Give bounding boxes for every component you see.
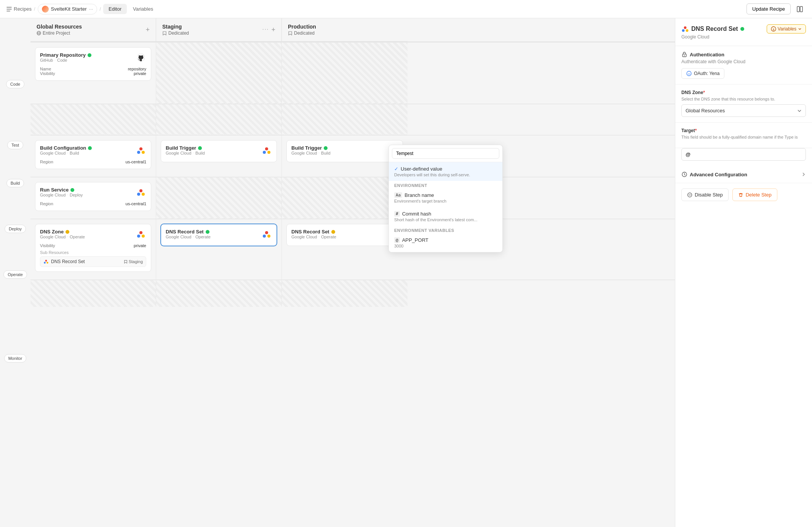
svg-point-23 xyxy=(46,262,48,264)
status-dot xyxy=(88,146,92,150)
status-dot xyxy=(70,188,74,192)
build-trigger-prod-card[interactable]: Build Trigger Google Cloud·Build xyxy=(286,140,403,162)
status-dot-green xyxy=(88,53,91,57)
status-dot xyxy=(198,146,202,150)
svg-point-11 xyxy=(267,151,270,154)
cell-code-staging xyxy=(156,43,282,104)
advanced-title: Advanced Configuration xyxy=(681,171,747,177)
variables-icon: $ xyxy=(771,26,776,32)
cell-deploy-global: Run Service Google Cloud·Deploy Re xyxy=(30,177,156,219)
stage-code-row: Primary Repository GitHub·Code Nam xyxy=(30,42,675,104)
column-headers: Global Resources Entire Project + Stagin… xyxy=(30,18,675,42)
svg-point-17 xyxy=(142,193,145,196)
disable-step-button[interactable]: Disable Step xyxy=(681,188,729,201)
col-header-global: Global Resources Entire Project + xyxy=(30,18,156,42)
add-global-button[interactable]: + xyxy=(145,26,150,34)
build-badge[interactable]: Build xyxy=(6,179,24,187)
cell-monitor-production xyxy=(282,280,408,307)
sub-resource-item[interactable]: DNS Record Set Staging xyxy=(40,256,146,267)
card-title: Build Configuration xyxy=(40,145,92,151)
card-subtitle: Google Cloud·Deploy xyxy=(40,193,83,197)
stage-label-code: Code xyxy=(0,65,30,133)
cell-deploy-staging xyxy=(156,177,282,219)
svg-point-25 xyxy=(263,235,266,238)
build-trigger-staging-card[interactable]: Build Trigger Google Cloud·Build xyxy=(161,140,277,162)
panel-variables-button[interactable]: $ Variables xyxy=(767,24,806,34)
card-subtitle: Google Cloud·Build xyxy=(291,151,331,155)
auth-subtitle: Authenticate with Google Cloud xyxy=(681,59,806,64)
test-badge[interactable]: Test xyxy=(7,141,23,149)
card-subtitle: Google Cloud·Build xyxy=(166,151,205,155)
layout-toggle-button[interactable] xyxy=(794,3,806,15)
deploy-badge[interactable]: Deploy xyxy=(5,225,26,233)
dns-record-set-staging-card[interactable]: DNS Record Set Google Cloud·Operate xyxy=(161,224,277,246)
dns-record-set-prod-card[interactable]: DNS Record Set Google Cloud·Operate xyxy=(286,224,403,246)
sub-resource-env: Staging xyxy=(124,259,143,264)
add-staging-button[interactable]: + xyxy=(271,26,275,34)
sub-resources-label: Sub Resources xyxy=(40,250,146,255)
cell-build-global: Build Configuration Google Cloud·Build xyxy=(30,136,156,177)
delete-step-button[interactable]: Delete Step xyxy=(732,188,777,201)
target-input[interactable] xyxy=(681,148,806,161)
nav-app-pill[interactable]: SvelteKit Starter ··· xyxy=(38,4,98,14)
nav-tabs: Editor Variables xyxy=(103,4,158,14)
dns-zone-card[interactable]: DNS Zone Google Cloud·Operate Visi xyxy=(35,224,151,272)
cell-test-staging xyxy=(156,104,282,135)
svg-point-21 xyxy=(45,260,47,262)
dns-zone-select[interactable]: Global Resources xyxy=(681,104,806,117)
stage-label-deploy: Deploy xyxy=(0,217,30,263)
bookmark-icon-staging xyxy=(162,31,167,35)
cell-test-production xyxy=(282,104,408,135)
stage-test-row xyxy=(30,104,675,135)
svg-point-24 xyxy=(265,231,268,234)
panel-gc-icon xyxy=(681,25,689,33)
update-recipe-button[interactable]: Update Recipe xyxy=(746,3,791,14)
advanced-section[interactable]: Advanced Configuration xyxy=(675,166,812,183)
svg-point-6 xyxy=(139,147,142,150)
run-service-card[interactable]: Run Service Google Cloud·Deploy Re xyxy=(35,182,151,211)
card-title: Primary Repository xyxy=(40,52,91,58)
more-staging-button[interactable]: ··· xyxy=(262,26,269,34)
card-subtitle: Google Cloud·Operate xyxy=(166,235,211,239)
status-dot xyxy=(331,230,335,234)
primary-repo-card[interactable]: Primary Repository GitHub·Code Nam xyxy=(35,47,151,81)
panel-header: DNS Record Set $ Variables Google Cloud xyxy=(675,18,812,46)
gc-icon xyxy=(136,187,146,198)
monitor-badge[interactable]: Monitor xyxy=(4,354,27,363)
target-label: Target* xyxy=(681,128,806,133)
stage-deploy-row: Run Service Google Cloud·Deploy Re xyxy=(30,177,675,219)
card-subtitle: Google Cloud·Operate xyxy=(291,235,336,239)
stage-label-test: Test xyxy=(0,133,30,171)
operate-badge[interactable]: Operate xyxy=(3,270,27,279)
target-desc: This field should be a fully-qualified d… xyxy=(681,135,806,139)
more-icon: ··· xyxy=(89,6,93,12)
disable-icon xyxy=(687,192,692,198)
card-title: Build Trigger xyxy=(166,145,205,151)
stage-labels: Code Test Build Deploy Operate Monitor xyxy=(0,18,30,527)
auth-title: Authentication xyxy=(681,51,806,57)
production-col-title: Production xyxy=(288,24,316,30)
col-header-staging: Staging Dedicated ··· + xyxy=(156,18,282,42)
global-col-actions: + xyxy=(145,26,150,34)
svg-point-15 xyxy=(139,189,142,192)
svg-point-16 xyxy=(137,193,140,196)
stage-monitor-row xyxy=(30,279,675,307)
svg-point-20 xyxy=(142,235,145,238)
card-subtitle: Google Cloud·Build xyxy=(40,151,92,155)
status-dot xyxy=(206,230,209,234)
svg-point-18 xyxy=(139,231,142,234)
cell-code-production xyxy=(282,43,408,104)
nav-recipes-link[interactable]: Recipes xyxy=(6,6,32,12)
recipes-label: Recipes xyxy=(14,6,32,12)
topnav: Recipes / SvelteKit Starter ··· / Editor… xyxy=(0,0,812,18)
card-subtitle: Google Cloud·Operate xyxy=(40,235,85,239)
oauth-button[interactable]: O OAuth: Yena xyxy=(681,68,724,79)
tab-variables[interactable]: Variables xyxy=(128,4,158,14)
sub-resource-name: DNS Record Set xyxy=(51,259,85,264)
nav-right: Update Recipe xyxy=(746,3,806,15)
tab-editor[interactable]: Editor xyxy=(103,4,127,14)
canvas: Global Resources Entire Project + Stagin… xyxy=(30,18,675,527)
card-props: Namerepository Visibilityprivate xyxy=(40,67,146,76)
build-config-card[interactable]: Build Configuration Google Cloud·Build xyxy=(35,140,151,169)
code-badge[interactable]: Code xyxy=(6,80,24,88)
